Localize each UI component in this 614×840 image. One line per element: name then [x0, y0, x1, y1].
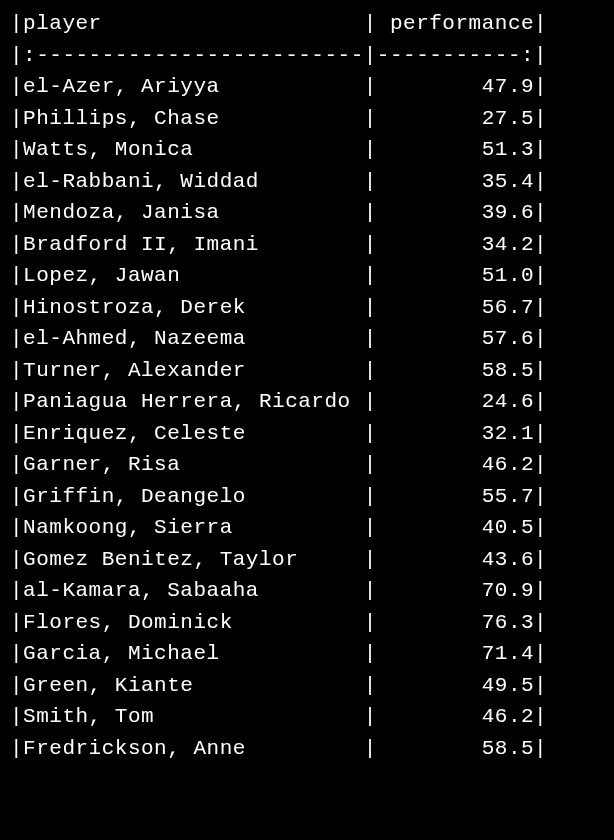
table-header-line: |player | performance| — [10, 12, 547, 35]
table-body: |el-Azer, Ariyya | 47.9| |Phillips, Chas… — [10, 75, 547, 760]
table-align-line: |:-------------------------|-----------:… — [10, 44, 547, 67]
table-container: |player | performance| |:---------------… — [0, 0, 614, 772]
